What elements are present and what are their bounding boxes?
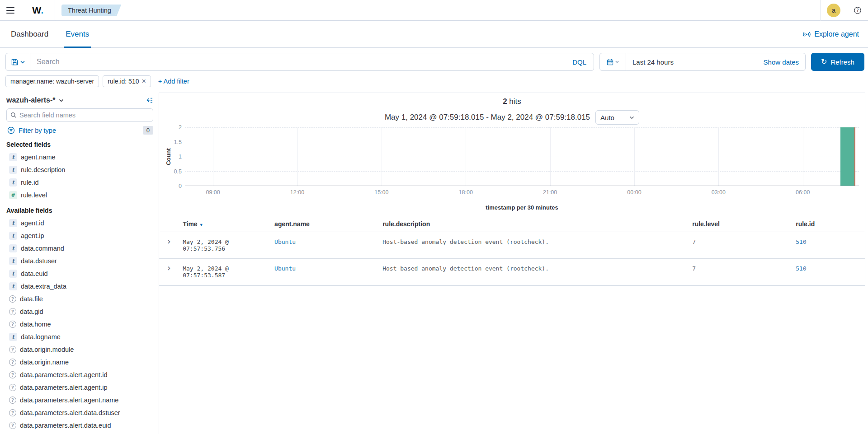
- add-filter-button[interactable]: + Add filter: [158, 78, 189, 85]
- calendar-button[interactable]: [600, 53, 626, 70]
- refresh-button[interactable]: ↻ Refresh: [811, 53, 864, 71]
- x-tick-label: 09:00: [206, 189, 220, 196]
- field-name: data.file: [20, 295, 43, 303]
- field-name: rule.level: [21, 191, 47, 199]
- field-item-agent.id[interactable]: tagent.id: [6, 217, 153, 229]
- filter-pill-rule-id[interactable]: rule.id: 510 ×: [103, 75, 151, 87]
- y-tick-label: 2: [179, 124, 182, 131]
- column-header-rule-level[interactable]: rule.level: [689, 217, 792, 232]
- histogram-chart[interactable]: Count 21.510.50: [159, 127, 859, 186]
- field-item-rule.description[interactable]: trule.description: [6, 163, 153, 176]
- field-item-data.extra_data[interactable]: tdata.extra_data: [6, 280, 153, 293]
- field-item-data.parameters.alert.agent.name[interactable]: ?data.parameters.alert.agent.name: [6, 394, 153, 406]
- table-row: ›May 2, 2024 @ 07:57:53.587UbuntuHost-ba…: [159, 259, 865, 285]
- column-header-rule-description[interactable]: rule.description: [379, 217, 689, 232]
- interval-select[interactable]: Auto: [595, 110, 639, 125]
- string-field-icon: t: [9, 333, 17, 341]
- string-field-icon: t: [9, 219, 17, 227]
- saved-queries-button[interactable]: [6, 53, 30, 70]
- unknown-field-icon: ?: [9, 346, 16, 353]
- avatar[interactable]: a: [827, 4, 840, 17]
- field-item-data.parameters.alert.data.euid[interactable]: ?data.parameters.alert.data.euid: [6, 419, 153, 432]
- v-gridline: [634, 127, 635, 186]
- rule-id-link[interactable]: 510: [796, 265, 806, 272]
- v-gridline: [213, 127, 213, 186]
- collapse-sidebar-icon[interactable]: [146, 97, 153, 104]
- agent-name-link[interactable]: Ubuntu: [274, 238, 296, 245]
- v-gridline: [718, 127, 719, 186]
- rule-id-link[interactable]: 510: [796, 238, 806, 245]
- sort-desc-icon: ▼: [199, 223, 203, 227]
- field-item-data.parameters.alert.data.dstuser[interactable]: ?data.parameters.alert.data.dstuser: [6, 406, 153, 419]
- field-name: data.euid: [21, 270, 48, 277]
- divider: [820, 0, 821, 21]
- field-item-data.parameters.alert.agent.ip[interactable]: ?data.parameters.alert.agent.ip: [6, 381, 153, 394]
- expand-row-icon[interactable]: ›: [163, 263, 171, 273]
- explore-agent-button[interactable]: Explore agent: [802, 30, 859, 38]
- agent-cell: Ubuntu: [271, 232, 379, 259]
- column-header-rule-id[interactable]: rule.id: [792, 217, 865, 232]
- field-name: rule.id: [21, 179, 39, 186]
- divider: [55, 0, 55, 21]
- field-item-rule.level[interactable]: #rule.level: [6, 189, 153, 201]
- filter-pill-manager-name[interactable]: manager.name: wazuh-server: [5, 75, 99, 87]
- close-icon[interactable]: ×: [142, 78, 146, 85]
- expand-cell: ›: [159, 259, 179, 285]
- column-header-agent-name[interactable]: agent.name: [271, 217, 379, 232]
- x-tick-label: 03:00: [712, 189, 726, 196]
- plot-area[interactable]: [185, 127, 859, 186]
- help-icon[interactable]: ?: [847, 0, 868, 21]
- show-dates-link[interactable]: Show dates: [764, 58, 805, 66]
- calendar-icon: [607, 59, 613, 65]
- unknown-field-icon: ?: [9, 422, 16, 429]
- rule-description-cell: Host-based anomaly detection event (root…: [379, 232, 689, 259]
- expand-row-icon[interactable]: ›: [163, 236, 171, 246]
- chevron-down-icon: [615, 61, 619, 63]
- field-item-agent.ip[interactable]: tagent.ip: [6, 229, 153, 242]
- field-item-data.file[interactable]: ?data.file: [6, 293, 153, 305]
- field-item-data.euid[interactable]: tdata.euid: [6, 267, 153, 280]
- string-field-icon: t: [9, 282, 17, 290]
- agent-name-link[interactable]: Ubuntu: [274, 265, 296, 272]
- wazuh-logo[interactable]: W.: [21, 5, 55, 16]
- field-item-data.gid[interactable]: ?data.gid: [6, 305, 153, 318]
- field-item-data.command[interactable]: tdata.command: [6, 242, 153, 255]
- column-header-time[interactable]: Time▼: [179, 217, 271, 232]
- field-item-data.dstuser[interactable]: tdata.dstuser: [6, 255, 153, 267]
- x-axis-labels: 09:0012:0015:0018:0021:0000:0003:0006:00: [185, 189, 859, 197]
- field-item-data.home[interactable]: ?data.home: [6, 318, 153, 331]
- field-item-data.logname[interactable]: tdata.logname: [6, 331, 153, 343]
- h-gridline: [185, 127, 859, 128]
- index-pattern-selector[interactable]: wazuh-alerts-*: [6, 96, 55, 104]
- x-tick-label: 18:00: [459, 189, 473, 196]
- rule-level-cell: 7: [689, 259, 792, 285]
- histogram-bar[interactable]: [840, 127, 854, 186]
- field-name: data.parameters.alert.data.dstuser: [20, 409, 120, 416]
- broadcast-icon: [802, 31, 811, 38]
- string-field-icon: t: [9, 153, 17, 161]
- field-name: data.parameters.alert.data.euid: [20, 422, 111, 429]
- field-name: agent.ip: [21, 232, 44, 239]
- filter-by-type-button[interactable]: Filter by type: [19, 127, 56, 134]
- search-input[interactable]: [30, 58, 565, 66]
- time-range-value[interactable]: Last 24 hours: [626, 58, 764, 66]
- field-item-data.origin.module[interactable]: ?data.origin.module: [6, 343, 153, 356]
- breadcrumb-tag[interactable]: Threat Hunting: [61, 5, 120, 16]
- tab-events[interactable]: Events: [64, 21, 91, 47]
- hits-summary: 2 hits: [159, 93, 865, 106]
- unknown-field-icon: ?: [9, 359, 16, 366]
- time-cell: May 2, 2024 @ 07:57:53.756: [179, 232, 271, 259]
- tab-dashboard[interactable]: Dashboard: [9, 21, 50, 47]
- query-language-button[interactable]: DQL: [565, 53, 594, 70]
- field-item-data.origin.name[interactable]: ?data.origin.name: [6, 356, 153, 369]
- field-name: data.origin.module: [20, 346, 74, 353]
- search-icon: [10, 112, 17, 118]
- menu-icon[interactable]: [0, 0, 21, 21]
- field-name: agent.id: [21, 219, 44, 227]
- field-item-agent.name[interactable]: tagent.name: [6, 151, 153, 163]
- field-search-input[interactable]: [19, 112, 149, 119]
- chevron-down-icon: [629, 116, 634, 119]
- selected-fields-list: tagent.nametrule.descriptiontrule.id#rul…: [6, 151, 153, 201]
- field-item-rule.id[interactable]: trule.id: [6, 176, 153, 189]
- field-item-data.parameters.alert.agent.id[interactable]: ?data.parameters.alert.agent.id: [6, 369, 153, 381]
